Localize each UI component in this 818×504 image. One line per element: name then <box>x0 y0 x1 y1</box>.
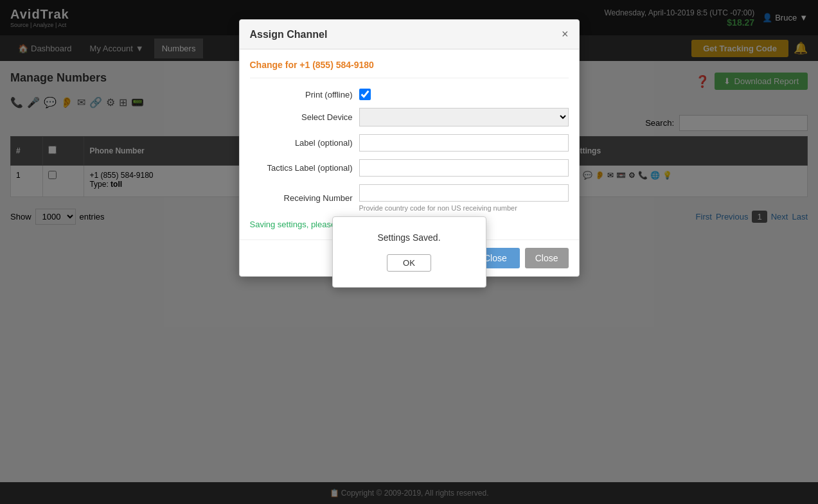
settings-saved-dialog: Settings Saved. OK <box>0 0 818 235</box>
modal-overlay: Assign Channel × Change for +1 (855) 584… <box>0 0 818 235</box>
settings-dialog-box: Settings Saved. OK <box>332 216 486 235</box>
settings-saved-message: Settings Saved. <box>346 232 473 235</box>
